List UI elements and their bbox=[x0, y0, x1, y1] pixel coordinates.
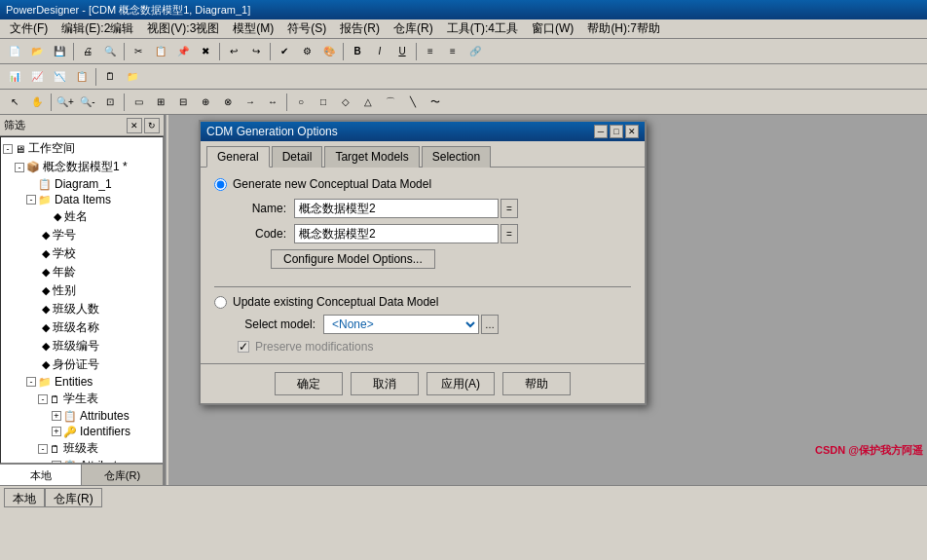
student-expand[interactable]: - bbox=[38, 394, 48, 404]
draw-i[interactable]: □ bbox=[313, 92, 334, 113]
item-sfzh[interactable]: ◆ 身份证号 bbox=[3, 355, 161, 374]
code-eq-btn[interactable]: = bbox=[501, 224, 518, 243]
menu-report[interactable]: 报告(R) bbox=[334, 19, 386, 38]
menu-window[interactable]: 窗口(W) bbox=[526, 19, 579, 38]
draw-k[interactable]: △ bbox=[357, 92, 379, 113]
draw-l[interactable]: ⌒ bbox=[380, 92, 401, 113]
more-btn3[interactable]: 🔗 bbox=[464, 41, 486, 62]
tree-data-items[interactable]: - 📁 Data Items bbox=[3, 192, 161, 207]
open-btn[interactable]: 📂 bbox=[26, 41, 48, 62]
cut-btn[interactable]: ✂ bbox=[128, 41, 149, 62]
student-id-expand[interactable]: + bbox=[52, 427, 61, 436]
tree-student-table[interactable]: - 🗒 学生表 bbox=[3, 390, 161, 408]
delete-btn[interactable]: ✖ bbox=[195, 41, 216, 62]
underline-btn[interactable]: U bbox=[391, 41, 413, 62]
tree-class-table[interactable]: - 🗒 班级表 bbox=[3, 439, 161, 458]
menu-help[interactable]: 帮助(H):7帮助 bbox=[581, 19, 666, 38]
tool-e[interactable]: 🗒 bbox=[99, 66, 121, 88]
item-banjirenshu[interactable]: ◆ 班级人数 bbox=[3, 300, 161, 318]
draw-g[interactable]: ↔ bbox=[262, 92, 283, 113]
dialog-tab-selection[interactable]: Selection bbox=[422, 146, 491, 168]
tab-warehouse[interactable]: 仓库(R) bbox=[82, 465, 164, 485]
tool-f[interactable]: 📁 bbox=[122, 66, 143, 88]
dialog-minimize-btn[interactable]: ─ bbox=[594, 125, 608, 138]
preview-btn[interactable]: 🔍 bbox=[99, 41, 121, 62]
select-model-more-btn[interactable]: … bbox=[481, 315, 499, 334]
draw-n[interactable]: 〜 bbox=[425, 92, 446, 113]
menu-warehouse[interactable]: 仓库(R) bbox=[388, 19, 439, 38]
ok-btn[interactable]: 确定 bbox=[275, 372, 343, 395]
zoom-fit-btn[interactable]: ⊡ bbox=[99, 92, 121, 113]
draw-j[interactable]: ◇ bbox=[335, 92, 356, 113]
tree-entities[interactable]: - 📁 Entities bbox=[3, 374, 161, 390]
draw-h[interactable]: ○ bbox=[290, 92, 312, 113]
menu-view[interactable]: 视图(V):3视图 bbox=[141, 19, 225, 38]
paste-btn[interactable]: 📌 bbox=[172, 41, 194, 62]
select-model-dropdown[interactable]: <None> bbox=[323, 315, 479, 334]
hand-btn[interactable]: ✋ bbox=[26, 92, 48, 113]
item-xuexiao[interactable]: ◆ 学校 bbox=[3, 244, 161, 263]
save-btn[interactable]: 💾 bbox=[49, 41, 70, 62]
draw-f[interactable]: → bbox=[240, 92, 261, 113]
tree-diagram[interactable]: 📋 Diagram_1 bbox=[3, 176, 161, 192]
draw-e[interactable]: ⊗ bbox=[217, 92, 239, 113]
check-btn[interactable]: ✔ bbox=[274, 41, 295, 62]
zoom-in-btn[interactable]: 🔍+ bbox=[55, 92, 76, 113]
menu-tools[interactable]: 工具(T):4工具 bbox=[441, 19, 524, 38]
print-btn[interactable]: 🖨 bbox=[77, 41, 98, 62]
filter-clear-btn[interactable]: ✕ bbox=[127, 118, 142, 133]
more-btn1[interactable]: ≡ bbox=[420, 41, 441, 62]
apply-btn[interactable]: 应用(A) bbox=[426, 372, 495, 395]
cancel-btn[interactable]: 取消 bbox=[351, 372, 419, 395]
tree-student-attr[interactable]: + 📋 Attributes bbox=[3, 408, 161, 424]
tool-d[interactable]: 📋 bbox=[71, 66, 93, 88]
dialog-close-btn[interactable]: ✕ bbox=[625, 125, 639, 138]
item-xingbie[interactable]: ◆ 性别 bbox=[3, 281, 161, 300]
copy-btn[interactable]: 📋 bbox=[150, 41, 171, 62]
status-local-btn[interactable]: 本地 bbox=[4, 488, 45, 507]
name-input[interactable] bbox=[294, 199, 499, 218]
more-btn2[interactable]: ≡ bbox=[442, 41, 464, 62]
tool-b[interactable]: 📈 bbox=[26, 66, 48, 88]
menu-model[interactable]: 模型(M) bbox=[227, 19, 279, 38]
data-items-expand[interactable]: - bbox=[26, 195, 36, 205]
tool-c[interactable]: 📉 bbox=[49, 66, 70, 88]
help-btn[interactable]: 帮助 bbox=[502, 372, 571, 395]
dialog-maximize-btn[interactable]: □ bbox=[610, 125, 623, 138]
workspace-expand[interactable]: - bbox=[3, 144, 13, 154]
italic-btn[interactable]: I bbox=[369, 41, 390, 62]
item-nianling[interactable]: ◆ 年龄 bbox=[3, 263, 161, 281]
preserve-checkbox[interactable]: ✓ bbox=[238, 341, 249, 353]
redo-btn[interactable]: ↪ bbox=[245, 41, 267, 62]
dialog-tab-detail[interactable]: Detail bbox=[272, 146, 323, 168]
zoom-out-btn[interactable]: 🔍- bbox=[77, 92, 98, 113]
cursor-btn[interactable]: ↖ bbox=[4, 92, 25, 113]
draw-m[interactable]: ╲ bbox=[402, 92, 424, 113]
name-eq-btn[interactable]: = bbox=[501, 199, 518, 218]
status-warehouse-btn[interactable]: 仓库(R) bbox=[45, 488, 102, 507]
draw-b[interactable]: ⊞ bbox=[150, 92, 171, 113]
draw-d[interactable]: ⊕ bbox=[195, 92, 216, 113]
tab-local[interactable]: 本地 bbox=[0, 465, 82, 485]
menu-edit[interactable]: 编辑(E):2编辑 bbox=[56, 19, 139, 38]
radio-new[interactable] bbox=[214, 178, 227, 191]
entities-expand[interactable]: - bbox=[26, 377, 36, 387]
model-expand[interactable]: - bbox=[15, 163, 24, 172]
item-xuehao[interactable]: ◆ 学号 bbox=[3, 226, 161, 244]
config-model-btn[interactable]: Configure Model Options... bbox=[271, 249, 435, 269]
tree-student-id[interactable]: + 🔑 Identifiers bbox=[3, 424, 161, 439]
tool-a[interactable]: 📊 bbox=[4, 66, 25, 88]
filter-refresh-btn[interactable]: ↻ bbox=[144, 118, 160, 133]
item-banjibh[interactable]: ◆ 班级编号 bbox=[3, 337, 161, 355]
format-btn[interactable]: 🎨 bbox=[318, 41, 340, 62]
generate-btn[interactable]: ⚙ bbox=[296, 41, 317, 62]
tree-model[interactable]: - 📦 概念数据模型1 * bbox=[3, 158, 161, 176]
bold-btn[interactable]: B bbox=[347, 41, 368, 62]
menu-file[interactable]: 文件(F) bbox=[4, 19, 54, 38]
class-expand[interactable]: - bbox=[38, 444, 48, 454]
item-xingming[interactable]: ◆ 姓名 bbox=[3, 207, 161, 226]
menu-symbol[interactable]: 符号(S) bbox=[281, 19, 332, 38]
student-attr-expand[interactable]: + bbox=[52, 411, 61, 421]
new-btn[interactable]: 📄 bbox=[4, 41, 25, 62]
tree-workspace[interactable]: - 🖥 工作空间 bbox=[3, 139, 161, 158]
